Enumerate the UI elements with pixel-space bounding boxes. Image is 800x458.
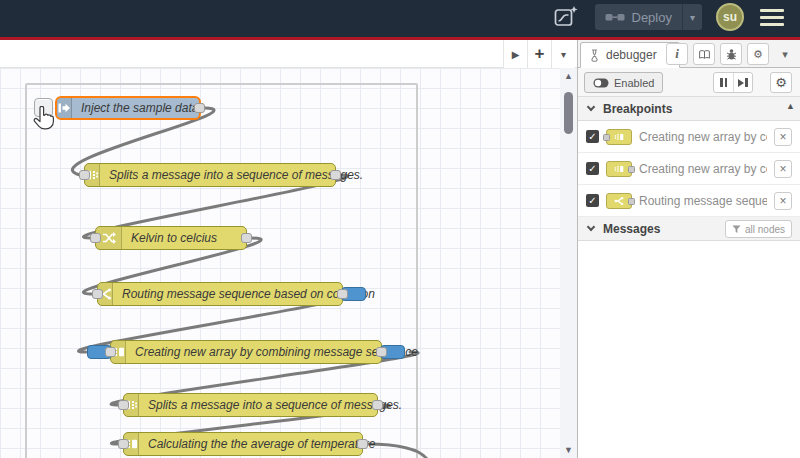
scroll-up-arrow[interactable]: ▲	[560, 71, 577, 81]
flow-canvas[interactable]: Inject the sample data Splits a message …	[0, 68, 577, 458]
step-button[interactable]	[733, 73, 752, 92]
messages-section-header[interactable]: Messages all nodes	[578, 217, 800, 241]
hamburger-icon	[760, 9, 784, 12]
scroll-down-arrow[interactable]: ▼	[560, 445, 577, 455]
tab-label: debugger	[606, 48, 657, 62]
message-filter-button[interactable]: all nodes	[725, 220, 792, 238]
output-port[interactable]	[194, 103, 205, 113]
tab-help[interactable]	[693, 43, 715, 65]
deploy-node-icon	[605, 11, 625, 23]
breakpoint-label: Creating new array by combining message …	[639, 130, 767, 144]
output-port[interactable]	[357, 439, 368, 449]
enabled-label: Enabled	[614, 77, 654, 89]
input-port[interactable]	[90, 233, 101, 243]
deploy-button[interactable]: Deploy ▾	[595, 4, 703, 30]
breakpoint-row[interactable]: ✓ Creating new array by combining messag…	[578, 121, 800, 153]
output-port[interactable]	[372, 400, 383, 410]
mini-output-port	[628, 166, 635, 173]
sidebar-scroll-up-arrow[interactable]: ▲	[786, 101, 795, 111]
ai-assistant-button[interactable]	[551, 2, 581, 32]
flow-node-split-2[interactable]: Splits a message into a sequence of mess…	[123, 393, 378, 417]
debugger-panel: ▲ Breakpoints ✓ Creating new array by co…	[578, 97, 800, 458]
output-port[interactable]	[337, 289, 348, 299]
hamburger-icon	[760, 16, 784, 19]
flow-node-inject[interactable]: Inject the sample data	[55, 96, 201, 120]
info-icon: i	[675, 46, 679, 62]
input-port[interactable]	[118, 400, 129, 410]
hamburger-icon	[760, 23, 784, 26]
output-port[interactable]	[241, 233, 252, 243]
node-label: Calculating the the average of temperatu…	[139, 433, 384, 455]
sidebar: debugger i	[577, 40, 800, 458]
mini-output-port	[628, 198, 635, 205]
breakpoint-label: Routing message sequence based on condit…	[639, 194, 767, 208]
debugger-step-controls	[713, 72, 753, 93]
tab-config-nodes[interactable]: ⚙	[747, 43, 769, 65]
sidebar-tab-list-button[interactable]: ▾	[774, 43, 796, 65]
flow-node-change[interactable]: Kelvin to celcius	[95, 226, 247, 250]
chevron-down-icon	[587, 103, 595, 111]
mini-join-node-icon	[606, 129, 632, 145]
sidebar-minitabs: i ⚙	[666, 43, 796, 65]
breakpoints-title: Breakpoints	[603, 102, 672, 116]
breakpoint-checkbox[interactable]: ✓	[586, 162, 599, 175]
scrollbar-thumb[interactable]	[564, 92, 573, 134]
chevron-down-icon: ▾	[690, 12, 695, 23]
output-port[interactable]	[330, 170, 341, 180]
main-menu-button[interactable]	[758, 6, 786, 29]
messages-title: Messages	[603, 222, 660, 236]
canvas-vertical-scrollbar[interactable]: ▲ ▼	[560, 68, 577, 458]
inject-icon	[57, 98, 72, 118]
node-label: Splits a message into a sequence of mess…	[139, 394, 411, 416]
sidebar-tab-bar: debugger i	[578, 40, 800, 68]
gear-icon: ⚙	[775, 75, 787, 90]
avatar-initials: su	[723, 10, 737, 24]
flask-icon	[589, 49, 600, 62]
breakpoint-row[interactable]: ✓ Routing message sequence based on cond…	[578, 185, 800, 217]
inject-trigger-button[interactable]	[34, 98, 53, 117]
user-avatar[interactable]: su	[716, 3, 744, 31]
main-area: ▶ + ▾	[0, 40, 800, 458]
tab-info[interactable]: i	[666, 43, 688, 65]
next-tab-button[interactable]: ▶	[503, 40, 527, 68]
flow-node-split-1[interactable]: Splits a message into a sequence of mess…	[84, 163, 336, 187]
breakpoint-row[interactable]: ✓ Creating new array by combining messag…	[578, 153, 800, 185]
header-bar: Deploy ▾ su	[0, 0, 800, 40]
flow-node-join-2[interactable]: Calculating the the average of temperatu…	[123, 432, 363, 456]
deploy-main[interactable]: Deploy	[595, 10, 682, 25]
pause-button[interactable]	[714, 73, 733, 92]
input-port[interactable]	[92, 289, 103, 299]
mini-join-node-icon	[606, 161, 632, 177]
input-port[interactable]	[105, 347, 116, 357]
output-port[interactable]	[376, 347, 387, 357]
remove-breakpoint-button[interactable]: ×	[774, 160, 792, 178]
chevron-down-icon: ▾	[561, 49, 566, 60]
add-flow-button[interactable]: +	[527, 40, 551, 68]
filter-label: all nodes	[745, 224, 785, 235]
deploy-options-caret[interactable]: ▾	[682, 4, 702, 30]
breakpoints-section-header[interactable]: Breakpoints	[578, 97, 800, 121]
breakpoint-checkbox[interactable]: ✓	[586, 130, 599, 143]
tab-debugger[interactable]: debugger	[580, 42, 680, 68]
debugger-enabled-toggle[interactable]: Enabled	[584, 72, 663, 93]
ai-flow-icon	[553, 4, 579, 30]
play-icon: ▶	[512, 49, 520, 60]
breakpoint-checkbox[interactable]: ✓	[586, 194, 599, 207]
flow-list-button[interactable]: ▾	[551, 40, 575, 68]
remove-breakpoint-button[interactable]: ×	[774, 192, 792, 210]
toggle-icon	[593, 78, 609, 88]
workspace-area: ▶ + ▾	[0, 40, 577, 458]
flow-node-join[interactable]: Creating new array by combining message …	[110, 340, 382, 364]
funnel-icon	[732, 225, 741, 234]
gear-icon: ⚙	[753, 48, 763, 61]
tab-debug-messages[interactable]	[720, 43, 742, 65]
debugger-toolbar: Enabled ⚙	[578, 68, 800, 97]
input-port[interactable]	[118, 439, 129, 449]
flow-node-switch[interactable]: Routing message sequence based on condit…	[97, 282, 343, 306]
step-icon	[738, 78, 748, 87]
debugger-settings-button[interactable]: ⚙	[770, 72, 792, 93]
input-port[interactable]	[79, 170, 90, 180]
mini-switch-node-icon	[606, 193, 632, 209]
chevron-down-icon	[587, 223, 595, 231]
remove-breakpoint-button[interactable]: ×	[774, 128, 792, 146]
